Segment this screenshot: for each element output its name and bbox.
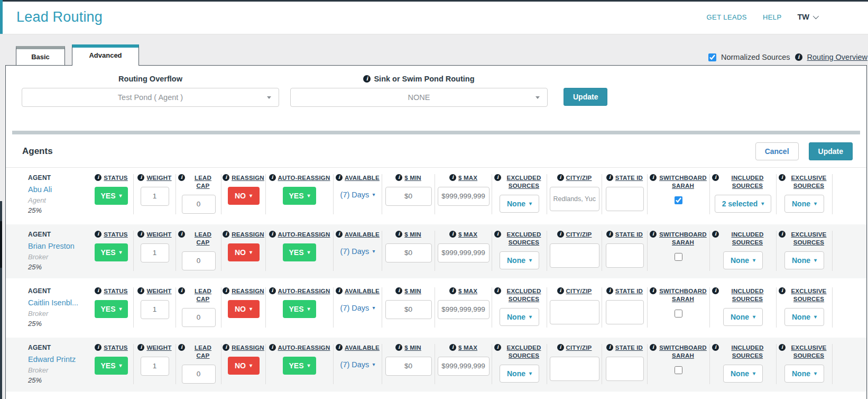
info-icon[interactable]: i: [557, 231, 564, 238]
min-input[interactable]: [385, 187, 432, 206]
info-icon[interactable]: i: [95, 344, 101, 351]
info-icon[interactable]: i: [269, 344, 276, 351]
included-sources-dropdown[interactable]: None▾: [723, 308, 763, 326]
help-link[interactable]: HELP: [763, 13, 782, 21]
info-icon[interactable]: i: [178, 231, 185, 238]
max-input[interactable]: [438, 357, 490, 376]
city-zip-input[interactable]: [550, 243, 599, 268]
weight-input[interactable]: [141, 243, 169, 262]
reassign-dropdown[interactable]: NO▾: [228, 187, 260, 205]
switchboard-checkbox[interactable]: [675, 310, 682, 318]
info-icon[interactable]: i: [449, 174, 456, 181]
info-icon[interactable]: i: [494, 174, 501, 181]
info-icon[interactable]: i: [712, 231, 719, 238]
min-input[interactable]: [385, 357, 432, 376]
info-icon[interactable]: i: [395, 231, 402, 238]
sink-or-swim-select[interactable]: NONE: [290, 88, 548, 107]
info-icon[interactable]: i: [223, 174, 229, 181]
lead-cap-input[interactable]: [182, 365, 216, 384]
info-icon[interactable]: i: [494, 287, 501, 294]
get-leads-link[interactable]: GET LEADS: [707, 13, 747, 21]
excluded-sources-dropdown[interactable]: None▾: [500, 308, 539, 326]
info-icon[interactable]: i: [650, 231, 657, 238]
info-icon[interactable]: i: [779, 344, 786, 351]
left-scrollbar[interactable]: [0, 201, 2, 399]
routing-overview-link[interactable]: Routing Overview: [807, 53, 867, 61]
city-zip-input[interactable]: [550, 187, 599, 211]
info-icon[interactable]: i: [178, 174, 185, 181]
info-icon[interactable]: i: [712, 287, 719, 294]
info-icon[interactable]: i: [223, 344, 229, 351]
routing-update-button[interactable]: Update: [564, 88, 607, 106]
included-sources-dropdown[interactable]: 2 selected▾: [715, 195, 772, 213]
info-icon[interactable]: i: [650, 174, 657, 181]
excluded-sources-dropdown[interactable]: None▾: [500, 251, 539, 269]
info-icon[interactable]: i: [137, 174, 144, 181]
info-icon[interactable]: i: [223, 287, 229, 294]
info-icon[interactable]: i: [137, 344, 144, 351]
left-scrollbar-thumb[interactable]: [0, 221, 2, 268]
excluded-sources-dropdown[interactable]: None▾: [500, 195, 539, 213]
info-icon[interactable]: i: [606, 174, 613, 181]
info-icon[interactable]: i: [395, 174, 402, 181]
status-dropdown[interactable]: YES▾: [95, 243, 127, 261]
info-icon[interactable]: i: [137, 287, 144, 294]
info-icon[interactable]: i: [557, 287, 564, 294]
agent-name-link[interactable]: Abu Ali: [28, 185, 52, 194]
auto-reassign-dropdown[interactable]: YES▾: [283, 243, 316, 261]
info-icon[interactable]: i: [223, 231, 229, 238]
info-icon[interactable]: i: [557, 344, 564, 351]
exclusive-sources-dropdown[interactable]: None▾: [784, 365, 824, 383]
info-icon[interactable]: i: [95, 231, 101, 238]
state-id-input[interactable]: [606, 357, 644, 381]
lead-cap-input[interactable]: [182, 251, 216, 270]
info-icon[interactable]: i: [779, 174, 786, 181]
agent-name-link[interactable]: Brian Preston: [28, 242, 75, 250]
info-icon[interactable]: i: [606, 287, 613, 294]
info-icon[interactable]: i: [606, 231, 613, 238]
weight-input[interactable]: [141, 357, 169, 376]
exclusive-sources-dropdown[interactable]: None▾: [784, 308, 824, 326]
min-input[interactable]: [385, 300, 432, 319]
available-days-dropdown[interactable]: (7) Days▾: [340, 360, 375, 369]
included-sources-dropdown[interactable]: None▾: [723, 251, 763, 269]
info-icon[interactable]: i: [95, 174, 101, 181]
normalized-sources-checkbox[interactable]: [708, 53, 716, 61]
tab-advanced[interactable]: Advanced: [72, 44, 139, 66]
status-dropdown[interactable]: YES▾: [95, 357, 127, 375]
routing-overflow-select[interactable]: Test Pond ( Agent ): [22, 88, 279, 107]
available-days-dropdown[interactable]: (7) Days▾: [340, 304, 375, 312]
state-id-input[interactable]: [606, 300, 644, 324]
excluded-sources-dropdown[interactable]: None▾: [500, 365, 539, 383]
state-id-input[interactable]: [606, 187, 644, 211]
status-dropdown[interactable]: YES▾: [95, 300, 127, 318]
lead-cap-input[interactable]: [182, 308, 216, 327]
info-icon[interactable]: i: [712, 174, 719, 181]
auto-reassign-dropdown[interactable]: YES▾: [283, 300, 316, 318]
agents-update-button[interactable]: Update: [809, 142, 853, 160]
info-icon[interactable]: i: [650, 344, 657, 351]
info-icon[interactable]: i: [269, 287, 276, 294]
reassign-dropdown[interactable]: NO▾: [228, 300, 260, 318]
info-icon[interactable]: i: [494, 344, 501, 351]
info-icon[interactable]: i: [779, 287, 786, 294]
status-dropdown[interactable]: YES▾: [95, 187, 127, 205]
info-icon[interactable]: i: [395, 344, 402, 351]
switchboard-checkbox[interactable]: [675, 253, 682, 261]
max-input[interactable]: [438, 300, 490, 319]
info-icon[interactable]: i: [137, 231, 144, 238]
info-icon[interactable]: i: [336, 174, 343, 181]
info-icon[interactable]: i: [449, 231, 456, 238]
info-icon[interactable]: i: [395, 287, 402, 294]
info-icon[interactable]: i: [557, 174, 564, 181]
lead-cap-input[interactable]: [182, 195, 216, 214]
tab-basic[interactable]: Basic: [16, 46, 65, 66]
reassign-dropdown[interactable]: NO▾: [228, 243, 260, 261]
switchboard-checkbox[interactable]: [675, 366, 682, 374]
info-icon[interactable]: i: [494, 231, 501, 238]
info-icon[interactable]: i: [95, 287, 101, 294]
info-icon[interactable]: i: [336, 344, 343, 351]
agent-name-link[interactable]: Edward Printz: [28, 355, 76, 364]
info-icon[interactable]: i: [795, 53, 802, 61]
info-icon[interactable]: i: [606, 344, 613, 351]
